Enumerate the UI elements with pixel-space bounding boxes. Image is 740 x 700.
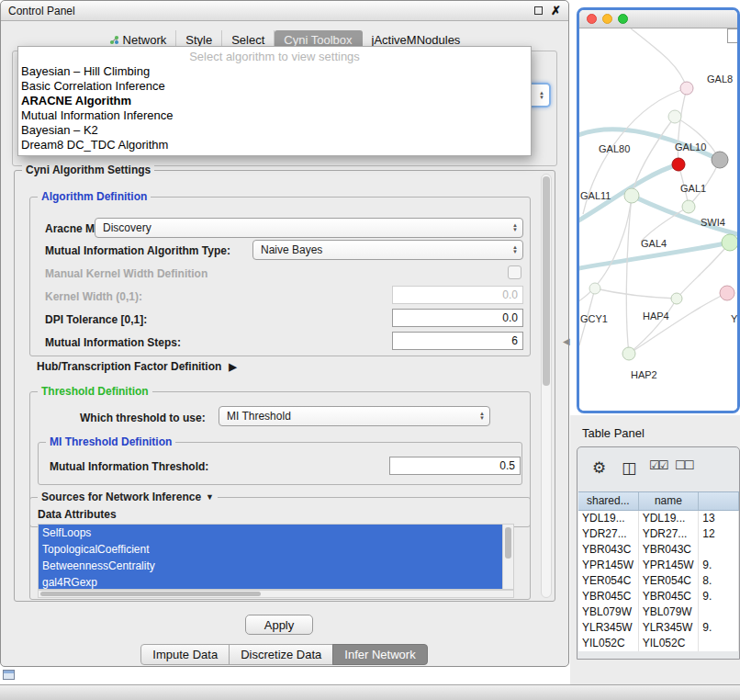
combo-stepper-icon: ▲▼ [512, 223, 518, 232]
settings-scrollbar[interactable] [541, 174, 552, 598]
network-edge[interactable] [675, 117, 720, 160]
gear-icon[interactable]: ⚙ [592, 458, 606, 478]
network-canvas[interactable]: GAL8GAL80GAL10GAL11GAL1SWI4GAL4GCY1HAP4H… [579, 28, 737, 411]
bottom-tab-impute-data[interactable]: Impute Data [140, 644, 230, 665]
deselect-all-checkboxes-icon[interactable]: ☐☐ [675, 458, 692, 472]
table-cell: YBR045C [639, 589, 700, 604]
which-threshold-combobox[interactable]: MI Threshold ▲▼ [219, 406, 490, 426]
attribute-item-betweennesscentrality[interactable]: BetweennessCentrality [39, 558, 502, 574]
control-panel-titlebar[interactable]: Control Panel ✗ [1, 1, 568, 21]
splitter-collapse-icon[interactable]: ◀ [563, 336, 570, 346]
scrollbar-thumb[interactable] [543, 176, 550, 386]
network-edge[interactable] [595, 288, 677, 299]
network-window-titlebar[interactable] [579, 10, 737, 28]
table-row[interactable]: YER054CYER054C8. [578, 573, 739, 589]
status-bar [0, 684, 740, 700]
mi-threshold-field[interactable] [389, 457, 521, 475]
minimize-traffic-light-icon[interactable] [602, 14, 612, 24]
which-threshold-value: MI Threshold [227, 410, 291, 423]
table-cell: YBR043C [639, 542, 700, 558]
settings-group-title: Cyni Algorithm Settings [26, 164, 151, 176]
attribute-table: shared...name YDL19...YDL19...13YDR27...… [578, 491, 739, 651]
table-cell: YDL19... [639, 511, 700, 526]
node-label-gal80: GAL80 [599, 143, 630, 154]
list-scrollbar[interactable] [502, 525, 513, 589]
column-header-2[interactable]: name [639, 492, 700, 510]
column-header-3[interactable] [699, 492, 739, 510]
table-row[interactable]: YBR045CYBR045C9. [578, 589, 739, 604]
data-attributes-list[interactable]: SelfLoopsTopologicalCoefficientBetweenne… [38, 524, 514, 590]
table-row[interactable]: YDL19...YDL19...13 [578, 511, 739, 526]
minimized-panel-icon[interactable] [3, 670, 15, 680]
attribute-item-topologicalcoefficient[interactable]: TopologicalCoefficient [39, 541, 502, 558]
list-horizontal-scrollbar[interactable] [38, 590, 514, 598]
attribute-item-selfloops[interactable]: SelfLoops [39, 525, 502, 541]
table-row[interactable]: YPR145WYPR145W9. [578, 558, 739, 573]
network-node[interactable] [624, 188, 639, 203]
table-row[interactable]: YBR043CYBR043C [578, 542, 739, 558]
columns-icon[interactable]: ◫ [622, 458, 636, 478]
select-all-checkboxes-icon[interactable]: ☑☑ [649, 458, 667, 472]
mi-algorithm-type-combobox[interactable]: Naive Bayes ▲▼ [252, 240, 523, 260]
table-cell: YBL079W [639, 604, 700, 620]
bottom-tab-infer-network[interactable]: Infer Network [332, 644, 427, 665]
algorithm-option-bayesian-hill-climbing[interactable]: Bayesian – Hill Climbing [18, 64, 531, 79]
node-label-gal11: GAL11 [580, 190, 611, 201]
table-cell: YDR27... [639, 526, 700, 542]
close-window-icon[interactable]: ✗ [551, 6, 561, 16]
table-cell: YPR145W [578, 558, 639, 573]
hub-definition-section[interactable]: Hub/Transcription Factor Definition ▶ [37, 360, 237, 373]
table-row[interactable]: YBL079WYBL079W [578, 604, 739, 620]
network-node[interactable] [589, 283, 600, 294]
table-row[interactable]: YIL052CYIL052C [578, 636, 739, 651]
network-node[interactable] [668, 110, 681, 123]
algorithm-option-mutual-information-inference[interactable]: Mutual Information Inference [18, 108, 531, 123]
close-traffic-light-icon[interactable] [587, 14, 597, 24]
manual-kernel-width-checkbox[interactable] [508, 265, 521, 279]
algorithm-option-aracne-algorithm[interactable]: ARACNE Algorithm [18, 94, 531, 108]
table-cell: YDL19... [578, 511, 639, 526]
bottom-tab-bar: Impute DataDiscretize DataInfer Network [1, 644, 568, 665]
network-node[interactable] [722, 234, 737, 251]
algorithm-option-dream8-dc-tdc-algorithm[interactable]: Dream8 DC_TDC Algorithm [18, 138, 531, 152]
scrollbar-thumb[interactable] [505, 527, 511, 559]
network-node[interactable] [682, 200, 695, 213]
which-threshold-label: Which threshold to use: [80, 412, 206, 424]
data-attributes-label: Data Attributes [38, 508, 117, 521]
network-node[interactable] [680, 82, 693, 95]
collapse-triangle-icon[interactable]: ▼ [206, 492, 214, 502]
mi-algorithm-type-label: Mutual Information Algorithm Type: [45, 244, 230, 257]
expand-triangle-icon[interactable]: ▶ [229, 361, 236, 373]
float-window-icon[interactable] [534, 6, 543, 15]
scrollbar-thumb[interactable] [40, 592, 261, 596]
sources-group-title: Sources for Network Inference [41, 491, 201, 503]
dpi-tolerance-field[interactable] [392, 309, 523, 327]
bottom-tab-discretize-data[interactable]: Discretize Data [229, 644, 333, 665]
apply-button[interactable]: Apply [245, 615, 313, 635]
network-node[interactable] [720, 286, 734, 300]
network-edge[interactable] [629, 299, 677, 354]
table-cell: YBR043C [578, 542, 639, 558]
table-cell: YPR145W [639, 558, 700, 573]
mi-steps-field[interactable] [392, 332, 523, 350]
algorithm-option-basic-correlation-inference[interactable]: Basic Correlation Inference [18, 79, 531, 94]
network-node[interactable] [712, 152, 728, 168]
algorithm-option-bayesian-k2[interactable]: Bayesian – K2 [18, 123, 531, 138]
table-cell: 9. [699, 558, 739, 573]
aracne-mode-combobox[interactable]: Discovery ▲▼ [95, 218, 523, 238]
table-row[interactable]: YLR345WYLR345W9. [578, 620, 739, 636]
column-header-1[interactable]: shared... [578, 492, 639, 510]
node-label-gal1: GAL1 [680, 183, 706, 194]
network-edge[interactable] [678, 88, 687, 164]
network-node[interactable] [671, 293, 682, 304]
network-node[interactable] [672, 158, 685, 171]
network-node[interactable] [622, 347, 635, 360]
network-edge[interactable] [631, 28, 687, 88]
table-row[interactable]: YDR27...YDR27...12 [578, 526, 739, 542]
kernel-width-field[interactable] [392, 286, 523, 304]
zoom-traffic-light-icon[interactable] [618, 14, 628, 24]
attribute-item-gal4rgexp[interactable]: gal4RGexp [39, 574, 502, 590]
node-label-gal8: GAL8 [707, 73, 733, 85]
network-edge[interactable] [579, 196, 632, 304]
table-cell: 12 [699, 526, 739, 542]
